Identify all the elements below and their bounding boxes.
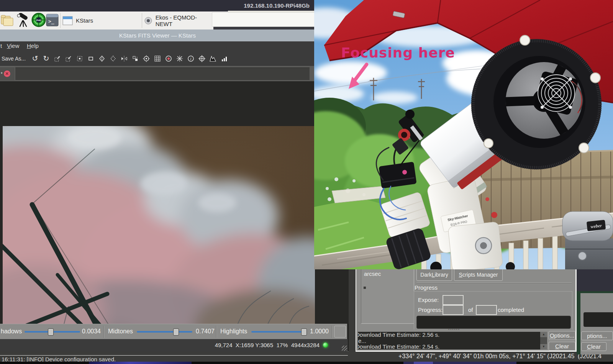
shadows-value: 0.0034 xyxy=(82,328,101,335)
histogram-icon[interactable] xyxy=(207,53,218,64)
divider xyxy=(216,326,216,338)
arcsec-unit-label: arcsec xyxy=(364,271,381,277)
skymap-edge-blue xyxy=(89,362,192,364)
image-status-readout: 49,724 X:1659 Y:3065 17% 4944x3284 xyxy=(215,342,320,348)
midtones-label: Midtones xyxy=(108,328,133,335)
tick-mark xyxy=(364,287,366,289)
ekos-log-area[interactable]: Download Time Estimate: 2.56 s. e... Dow… xyxy=(358,332,540,349)
highlights-value: 1.0000 xyxy=(308,328,329,335)
image-resolution: 4944x3284 xyxy=(291,342,320,348)
skymap-edge-highlight xyxy=(414,362,433,364)
zoom-to-fit-icon[interactable] xyxy=(74,53,85,64)
rotate-icon[interactable] xyxy=(129,53,141,64)
log-line: e... xyxy=(358,338,540,344)
taskbar-window-ekos[interactable]: Ekos - EQMOD-NEWT xyxy=(144,12,213,29)
progress-label: Progress: xyxy=(418,307,443,313)
vnc-title-bar: 192.168.10.190-RPi48Gb xyxy=(0,0,315,11)
crosshair-icon[interactable] xyxy=(196,53,207,64)
svg-text:PHD: PHD xyxy=(36,19,41,21)
svg-text:i: i xyxy=(190,57,191,61)
terminal-icon[interactable]: >_ xyxy=(46,14,59,28)
scripts-manager-button[interactable]: Scripts Manager xyxy=(454,268,503,281)
highlights-slider-handle[interactable] xyxy=(301,328,307,336)
telescope-photo: weber Sky-Watcher EQ6-R PRO xyxy=(314,0,613,269)
progress-section-title: Progress xyxy=(415,284,438,291)
divider xyxy=(416,282,572,283)
options-button[interactable]: Options... xyxy=(549,331,575,340)
log-line: Download Time Estimate: 2.54 s. xyxy=(358,344,540,349)
flip-horizontal-icon[interactable] xyxy=(118,53,129,64)
phd2-icon[interactable]: PHD xyxy=(31,13,46,29)
red-knob xyxy=(491,212,497,218)
fits-toolbar: Save As... ↺ ↻ i xyxy=(0,51,349,66)
divider xyxy=(332,326,332,338)
fits-menu-bar: t View Help xyxy=(0,41,349,51)
info-icon[interactable]: i xyxy=(185,53,196,64)
zoom-actual-icon[interactable] xyxy=(85,53,96,64)
stars-toggle-icon[interactable] xyxy=(174,53,185,64)
behind-progress-bar xyxy=(583,312,613,327)
undo-icon[interactable]: ↺ xyxy=(30,53,41,64)
guide-info-panel: arcsec xyxy=(361,266,414,324)
of-label: of xyxy=(468,307,473,313)
midtones-slider-handle[interactable] xyxy=(173,328,179,336)
expose-field[interactable] xyxy=(443,295,464,305)
coordinates-front: +334° 24' 47", +49° 40' 34" 01h 00m 05s,… xyxy=(398,353,575,359)
scroll-up-icon[interactable]: ▲ xyxy=(540,332,547,337)
fits-tab-bar: * ✕ xyxy=(0,66,349,81)
fits-title-bar[interactable]: KStars FITS Viewer — KStars xyxy=(0,30,315,41)
fits-status-bar: 49,724 X:1659 Y:3065 17% 4944x3284 xyxy=(0,339,348,352)
fits-viewer-window: KStars FITS Viewer — KStars t View Help … xyxy=(0,30,349,352)
zoom-out-icon[interactable] xyxy=(63,53,74,64)
desktop-bottom-strip: 16:11:31: [INFO] Device configuration sa… xyxy=(0,352,613,364)
divider xyxy=(60,13,61,28)
vnc-title: 192.168.10.190-RPi48Gb xyxy=(244,2,310,9)
screen: 16:11:31: [INFO] Device configuration sa… xyxy=(0,0,613,364)
menu-clipped[interactable]: t xyxy=(0,43,2,49)
behind-clear-button[interactable]: Clear xyxy=(581,342,606,351)
tab-close-icon[interactable]: ✕ xyxy=(4,71,10,77)
statistics-icon[interactable] xyxy=(218,53,229,64)
auto-stretch-button[interactable] xyxy=(334,326,346,338)
divider xyxy=(142,13,142,28)
fits-viewer-canvas[interactable] xyxy=(0,81,349,324)
kstars-window-icon xyxy=(62,16,73,25)
clear-button[interactable]: Clear xyxy=(549,342,575,351)
tab-modified-indicator: * xyxy=(1,71,3,77)
cursor-x: X:1659 xyxy=(236,342,254,348)
auto-stretch-icon[interactable] xyxy=(96,53,107,64)
annotation-text: Focusing here xyxy=(341,45,455,61)
menu-help[interactable]: Help xyxy=(27,43,39,49)
behind-options-button[interactable]: ptions... xyxy=(581,331,613,340)
save-as-button[interactable]: Save As... xyxy=(2,56,26,62)
midtones-slider[interactable] xyxy=(137,331,192,333)
toggle-stretch-icon[interactable] xyxy=(107,53,118,64)
kstars-statusbar-coordinates: +334° 24' 47", +49° 40' 34" 01h 00m 05s,… xyxy=(398,353,602,360)
capture-progress-bar xyxy=(416,316,571,329)
taskbar-window-label: KStars xyxy=(76,17,93,24)
menu-view[interactable]: View xyxy=(7,43,19,49)
folder-icon[interactable] xyxy=(1,14,14,28)
fits-image-tab[interactable]: * ✕ xyxy=(0,67,15,80)
svg-text:>_: >_ xyxy=(48,18,54,25)
taskbar-window-kstars[interactable]: KStars xyxy=(62,12,139,29)
shadows-slider-handle[interactable] xyxy=(48,328,54,336)
record-icon[interactable] xyxy=(163,53,174,64)
popup-window xyxy=(212,12,315,27)
progress-total-field[interactable] xyxy=(476,305,497,315)
telescope-icon[interactable] xyxy=(15,13,31,30)
mark-stars-icon[interactable] xyxy=(141,53,152,64)
grid-icon[interactable] xyxy=(152,53,163,64)
zoom-in-icon[interactable] xyxy=(52,53,63,64)
redo-icon[interactable]: ↻ xyxy=(41,53,52,64)
highlights-slider[interactable] xyxy=(251,331,306,333)
splitter-handle[interactable]: •••••• xyxy=(448,329,471,331)
completed-label: completed xyxy=(498,307,524,313)
scroll-down-icon[interactable]: ▼ xyxy=(540,344,547,349)
progress-count-field[interactable] xyxy=(443,305,464,315)
pixel-value: 49,724 xyxy=(215,342,233,348)
resize-grip[interactable] xyxy=(342,346,347,351)
dark-library-button[interactable]: Dark Library xyxy=(416,268,452,281)
log-scrollbar[interactable]: ▲ ▼ xyxy=(540,332,547,349)
divider xyxy=(103,326,104,338)
